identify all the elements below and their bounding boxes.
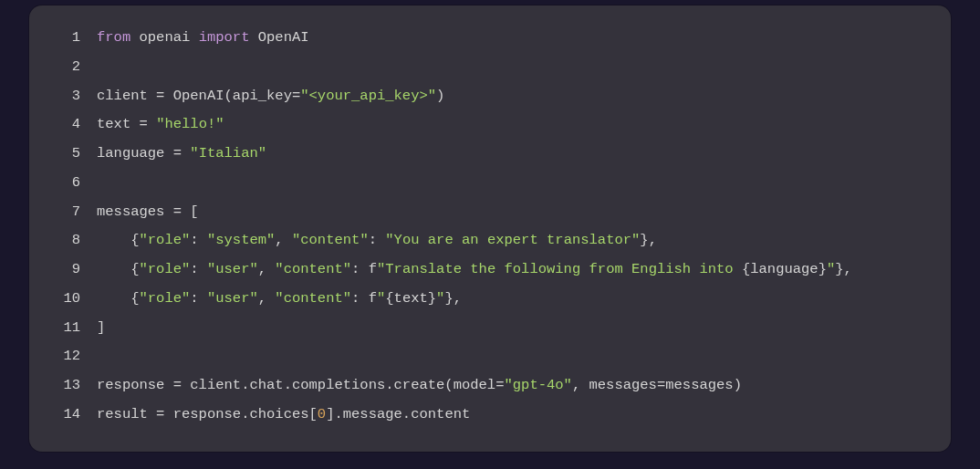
code-content: {"role": "user", "content": f"Translate … — [97, 255, 852, 285]
line-number: 1 — [49, 24, 80, 53]
code-content: messages = [ — [97, 198, 199, 227]
code-line: 4text = "hello!" — [49, 110, 931, 140]
line-number: 7 — [49, 198, 80, 227]
line-number: 6 — [49, 169, 80, 198]
code-line: 12 — [49, 342, 931, 371]
code-line: 3client = OpenAI(api_key="<your_api_key>… — [49, 82, 931, 111]
line-number: 5 — [49, 140, 80, 169]
line-number: 4 — [49, 110, 80, 140]
code-content: {"role": "system", "content": "You are a… — [97, 226, 657, 255]
code-content: client = OpenAI(api_key="<your_api_key>"… — [97, 82, 444, 111]
line-number: 13 — [49, 371, 80, 401]
code-line: 6 — [49, 169, 931, 198]
line-number: 2 — [49, 53, 80, 82]
code-line: 10 {"role": "user", "content": f"{text}"… — [49, 285, 931, 314]
code-line: 5language = "Italian" — [49, 140, 931, 169]
code-content: {"role": "user", "content": f"{text}"}, — [97, 285, 462, 314]
code-line: 14result = response.choices[0].message.c… — [49, 401, 931, 430]
line-number: 9 — [49, 255, 80, 285]
code-content: ] — [97, 314, 105, 343]
line-number: 14 — [49, 401, 80, 430]
code-block: 1from openai import OpenAI23client = Ope… — [29, 5, 951, 452]
code-content: response = client.chat.completions.creat… — [97, 371, 742, 401]
code-content: language = "Italian" — [97, 140, 266, 169]
code-line: 2 — [49, 53, 931, 82]
code-line: 11] — [49, 314, 931, 343]
line-number: 3 — [49, 82, 80, 111]
code-line: 13response = client.chat.completions.cre… — [49, 371, 931, 401]
line-number: 8 — [49, 226, 80, 255]
code-content: result = response.choices[0].message.con… — [97, 401, 470, 430]
code-line: 9 {"role": "user", "content": f"Translat… — [49, 255, 931, 285]
code-line: 1from openai import OpenAI — [49, 24, 931, 53]
code-content: text = "hello!" — [97, 110, 224, 140]
line-number: 11 — [49, 314, 80, 343]
code-line: 8 {"role": "system", "content": "You are… — [49, 226, 931, 255]
code-content: from openai import OpenAI — [97, 24, 309, 53]
line-number: 10 — [49, 285, 80, 314]
code-line: 7messages = [ — [49, 198, 931, 227]
line-number: 12 — [49, 342, 80, 371]
